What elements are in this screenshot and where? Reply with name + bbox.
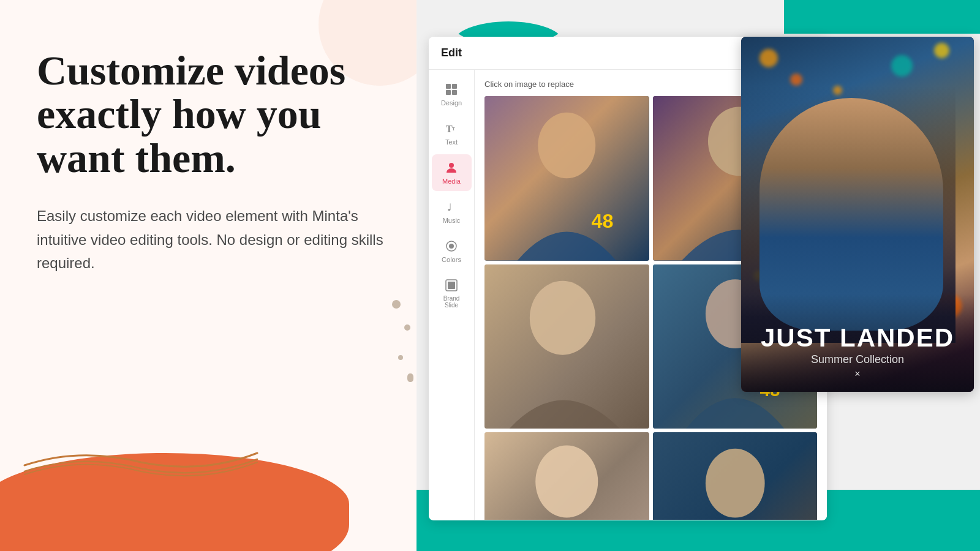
svg-point-25 bbox=[705, 449, 764, 518]
svg-rect-1 bbox=[452, 84, 457, 89]
preview-title: JUST LANDED bbox=[761, 325, 954, 351]
media-icon bbox=[444, 160, 459, 175]
sub-text: Easily customize each video element with… bbox=[37, 204, 392, 275]
svg-rect-17 bbox=[484, 264, 649, 429]
preview-panel: JUST LANDED Summer Collection × bbox=[741, 37, 974, 392]
svg-rect-22 bbox=[484, 432, 649, 520]
svg-point-13 bbox=[538, 113, 595, 178]
sidebar-item-music-label: Music bbox=[443, 217, 461, 224]
svg-rect-11 bbox=[448, 282, 455, 289]
svg-point-23 bbox=[535, 445, 598, 517]
editor-sidebar: Design T т Text bbox=[429, 70, 475, 520]
sidebar-item-colors-label: Colors bbox=[442, 256, 461, 263]
sidebar-item-media-label: Media bbox=[442, 178, 461, 185]
preview-overlay: JUST LANDED Summer Collection × bbox=[741, 294, 974, 392]
bokeh-1 bbox=[760, 49, 778, 67]
preview-subtitle: Summer Collection bbox=[811, 353, 904, 366]
sidebar-item-colors[interactable]: Colors bbox=[432, 233, 472, 269]
left-section: Customize videos exactly how you want th… bbox=[0, 0, 429, 551]
sidebar-item-music[interactable]: ♩ Music bbox=[432, 193, 472, 230]
sidebar-item-design[interactable]: Design bbox=[432, 76, 472, 113]
editor-title: Edit bbox=[441, 47, 462, 59]
sidebar-item-design-label: Design bbox=[441, 99, 462, 107]
bokeh-2 bbox=[790, 73, 802, 86]
svg-text:т: т bbox=[452, 124, 455, 132]
preview-close[interactable]: × bbox=[854, 369, 860, 380]
brand-slide-icon bbox=[444, 278, 459, 293]
svg-rect-0 bbox=[446, 84, 451, 89]
svg-text:48: 48 bbox=[592, 210, 614, 232]
svg-rect-24 bbox=[653, 432, 818, 520]
svg-rect-3 bbox=[452, 90, 457, 95]
sidebar-item-text[interactable]: T т Text bbox=[432, 115, 472, 152]
right-section: Edit Design bbox=[417, 0, 980, 551]
sidebar-item-brand-slide-label: BrandSlide bbox=[443, 295, 460, 309]
svg-rect-2 bbox=[446, 90, 451, 95]
hero-content: Customize videos exactly how you want th… bbox=[0, 0, 429, 551]
preview-background: JUST LANDED Summer Collection × bbox=[741, 37, 974, 392]
sidebar-item-text-label: Text bbox=[445, 138, 458, 146]
sidebar-item-media[interactable]: Media bbox=[432, 154, 472, 191]
colors-icon bbox=[444, 239, 459, 253]
text-icon: T т bbox=[444, 121, 459, 136]
bokeh-3 bbox=[934, 43, 949, 58]
svg-point-18 bbox=[530, 280, 595, 354]
svg-rect-12 bbox=[484, 96, 649, 261]
design-icon bbox=[444, 82, 459, 97]
bokeh-4 bbox=[891, 55, 913, 77]
sidebar-item-brand-slide[interactable]: BrandSlide bbox=[432, 272, 472, 315]
svg-text:♩: ♩ bbox=[447, 202, 452, 212]
music-icon: ♩ bbox=[444, 200, 459, 214]
svg-point-6 bbox=[449, 163, 454, 168]
media-thumb-1[interactable]: 48 bbox=[484, 96, 649, 261]
media-thumb-3[interactable] bbox=[484, 264, 649, 429]
media-thumb-5[interactable] bbox=[484, 432, 649, 520]
main-heading: Customize videos exactly how you want th… bbox=[37, 49, 392, 180]
teal-brush-top2 bbox=[784, 0, 980, 34]
media-thumb-6[interactable]: 48 bbox=[653, 432, 818, 520]
svg-point-9 bbox=[449, 244, 454, 249]
